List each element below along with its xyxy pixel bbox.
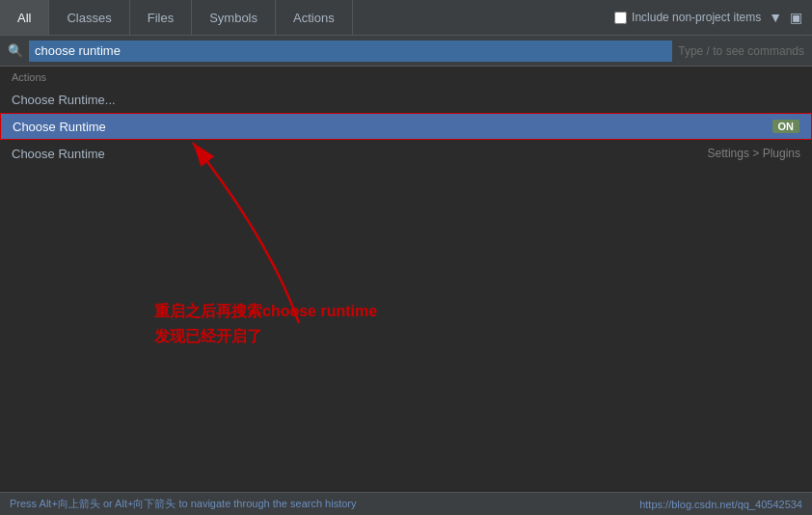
include-non-project-label[interactable]: Include non-project items [614, 11, 761, 24]
list-item-1-label: Choose Runtime... [12, 93, 116, 107]
list-item-1[interactable]: Choose Runtime... [0, 86, 812, 113]
list-item-2-label: Choose Runtime [13, 120, 106, 134]
status-bar: Press Alt+向上箭头 or Alt+向下箭头 to navigate t… [0, 492, 812, 515]
filter-icon[interactable]: ▼ [769, 10, 782, 25]
search-icon: 🔍 [8, 43, 23, 58]
tab-classes[interactable]: Classes [49, 0, 129, 35]
section-label: Actions [0, 67, 812, 86]
tab-symbols[interactable]: Symbols [192, 0, 276, 35]
search-input[interactable] [29, 41, 672, 62]
toolbar-right: Include non-project items ▼ ▣ [614, 10, 812, 25]
list-item-3-label: Choose Runtime [12, 147, 105, 161]
tab-files[interactable]: Files [130, 0, 192, 35]
include-non-project-checkbox[interactable] [614, 12, 627, 24]
search-bar: 🔍 Type / to see commands [0, 36, 812, 67]
status-left: Press Alt+向上箭头 or Alt+向下箭头 to navigate t… [10, 497, 357, 511]
layout-icon[interactable]: ▣ [790, 10, 802, 25]
on-badge: ON [772, 120, 800, 133]
list-item-3[interactable]: Choose Runtime Settings > Plugins [0, 140, 812, 167]
tab-actions[interactable]: Actions [276, 0, 353, 35]
status-url: https://blog.csdn.net/qq_40542534 [639, 499, 802, 510]
list-item-3-right: Settings > Plugins [708, 147, 800, 160]
list-item-2[interactable]: Choose Runtime ON [0, 113, 812, 140]
tab-bar: All Classes Files Symbols Actions Includ… [0, 0, 812, 36]
annotation-text: 重启之后再搜索choose runtime 发现已经开启了 [154, 299, 377, 348]
search-hint: Type / to see commands [678, 44, 804, 58]
tab-all[interactable]: All [0, 0, 49, 35]
